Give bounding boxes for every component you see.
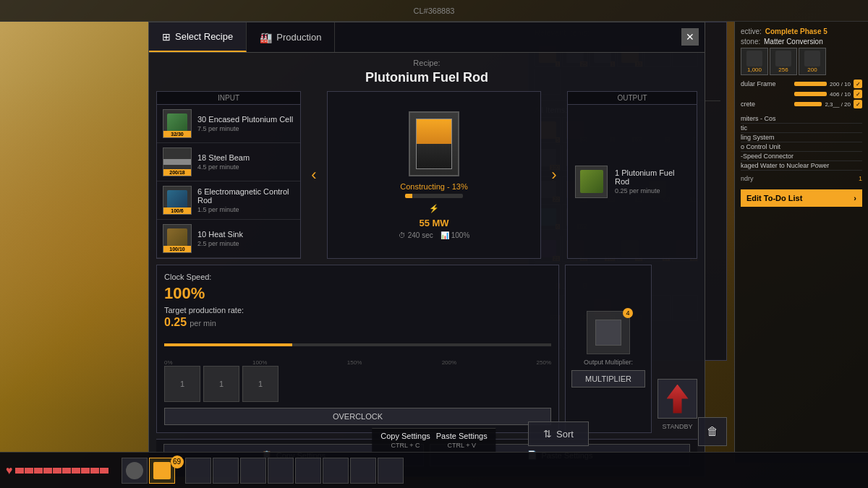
hotbar-slot[interactable]	[378, 458, 404, 484]
hotbar-slot[interactable]	[213, 458, 239, 484]
right-items-grid: 1,000 256 200	[741, 48, 862, 75]
ingredient-icon: 100/10	[163, 224, 192, 253]
output-info: 1 Plutonium Fuel Rod 0.25 per minute	[615, 168, 689, 194]
milestone-title: Matter Conversion	[764, 38, 823, 46]
close-button[interactable]: ✕	[681, 28, 699, 46]
health-block	[43, 468, 52, 474]
right-item-icon	[746, 51, 762, 67]
sort-label: Sort	[556, 429, 574, 440]
progress-val: 406 / 10	[830, 91, 851, 98]
task-count: 1	[859, 175, 862, 182]
ingredient-info: 18 Steel Beam 4.5 per minute	[197, 153, 294, 171]
health-block	[72, 468, 80, 474]
hotbar-slot[interactable]	[122, 458, 148, 484]
progress-bar	[794, 82, 827, 86]
sort-icon: ⇅	[543, 428, 552, 440]
hotbar-slot[interactable]	[295, 458, 321, 484]
standby-power-icon	[667, 385, 689, 414]
shortcut-paste: Paste Settings CTRL + V	[436, 432, 488, 449]
hotbar-count: 69	[171, 455, 184, 468]
progress-label: crete	[741, 100, 791, 108]
output-mult-box[interactable]	[587, 311, 630, 354]
right-item: 1,000	[741, 48, 768, 75]
standby-label: STANDBY	[663, 423, 693, 430]
hotbar-slot[interactable]	[268, 458, 294, 484]
hotbar: 69	[114, 458, 411, 484]
shortcut-paste-name: Paste Settings	[436, 432, 488, 440]
hotbar-slot[interactable]	[185, 458, 211, 484]
nav-right-button[interactable]: ›	[548, 163, 559, 187]
target-unit: per min	[190, 319, 216, 328]
progress-check: ✓	[854, 100, 862, 108]
health-blocks	[15, 468, 109, 474]
clock-slider-ticks: 0% 100% 150% 200% 250%	[164, 355, 551, 366]
output-panel: OUTPUT 1 Plutonium Fuel Rod 0.25 per min…	[567, 91, 697, 259]
target-value: 0.25	[164, 316, 187, 329]
task-section: ndry	[741, 175, 754, 182]
input-label: INPUT	[157, 92, 300, 105]
hotbar-slot[interactable]	[240, 458, 266, 484]
progress-row: 406 / 10 ✓	[741, 90, 862, 98]
hotbar-slot[interactable]	[350, 458, 376, 484]
ingredient-item: 200/18 18 Steel Beam 4.5 per minute	[157, 143, 300, 181]
grid-icon: ⊞	[162, 31, 171, 43]
dialog-content: INPUT 32/30 30 Encased Plutonium Cell 7.…	[149, 91, 705, 476]
delete-button[interactable]: 🗑	[698, 417, 727, 446]
ingredient-item: 100/10 10 Heat Sink 2.5 per minute	[157, 220, 300, 258]
list-item: o Control Unit	[741, 142, 862, 152]
hotbar-slot[interactable]	[323, 458, 349, 484]
ingredient-info: 10 Heat Sink 2.5 per minute	[197, 230, 294, 247]
ingredient-name: 30 Encased Plutonium Cell	[197, 115, 294, 124]
standby-area: STANDBY	[658, 265, 697, 433]
main-dialog: ⊞ Select Recipe 🏭 Production ✕ Recipe: P…	[148, 22, 705, 477]
machine-efficiency: 📊 100%	[441, 231, 470, 239]
nav-left-button[interactable]: ‹	[308, 163, 319, 187]
output-icon	[575, 166, 608, 198]
dialog-tabs: ⊞ Select Recipe 🏭 Production ✕	[149, 22, 705, 53]
tab-production[interactable]: 🏭 Production	[247, 22, 335, 52]
ingredient-name: 18 Steel Beam	[197, 153, 294, 162]
bottom-bar: ♥ 69	[0, 452, 868, 488]
right-item-icon	[775, 51, 791, 67]
tab-select-recipe-label: Select Recipe	[175, 31, 233, 42]
output-item: 1 Plutonium Fuel Rod 0.25 per minute	[568, 105, 697, 258]
bar-chart-icon: 📊	[441, 231, 449, 239]
right-progress-section: dular Frame 200 / 10 ✓ 406 / 10 ✓ crete …	[741, 80, 862, 108]
edit-todo-button[interactable]: Edit To-Do List ›	[741, 189, 862, 207]
ingredient-info: 6 Electromagnetic Control Rod 1.5 per mi…	[197, 187, 294, 213]
shortcut-paste-key: CTRL + V	[448, 442, 476, 449]
ingredient-icon: 32/30	[163, 109, 192, 138]
mult-box-1[interactable]: 1	[164, 366, 200, 402]
ingredient-rate: 4.5 per minute	[197, 163, 294, 171]
ingredient-rate: 2.5 per minute	[197, 240, 294, 247]
standby-button[interactable]	[658, 379, 697, 419]
ingredient-item: 100/6 6 Electromagnetic Control Rod 1.5 …	[157, 181, 300, 220]
output-rate: 0.25 per minute	[615, 187, 689, 194]
machine-power: 55 MW	[419, 218, 448, 228]
overclock-button[interactable]: OVERCLOCK	[164, 408, 551, 425]
target-label: Target production rate:	[164, 306, 551, 314]
multiplier-panel: 4 Output Multiplier: MULTIPLIER	[565, 265, 652, 433]
progress-bar	[794, 92, 827, 96]
ingredient-badge: 32/30	[163, 131, 191, 137]
progress-label: dular Frame	[741, 80, 791, 87]
progress-check: ✓	[854, 90, 862, 98]
clock-slider[interactable]	[164, 338, 551, 352]
output-mult-label: Output Multiplier:	[584, 359, 633, 366]
tab-select-recipe[interactable]: ⊞ Select Recipe	[149, 22, 247, 52]
sort-button[interactable]: ⇅ Sort	[528, 421, 589, 446]
list-item: kaged Water to Nuclear Power	[741, 161, 862, 171]
multiplier-button[interactable]: MULTIPLIER	[571, 370, 645, 388]
ingredient-item: 32/30 30 Encased Plutonium Cell 7.5 per …	[157, 105, 300, 143]
list-item: miters - Cos	[741, 114, 862, 124]
ingredient-badge: 100/6	[163, 207, 191, 214]
progress-row: crete 2,3__ / 20 ✓	[741, 100, 862, 108]
delete-icon: 🗑	[707, 425, 718, 438]
list-item: tic	[741, 124, 862, 133]
mult-box-3[interactable]: 1	[242, 366, 278, 402]
clock-icon: ⏱	[399, 231, 406, 239]
objective-label: ective: Complete Phase 5	[741, 27, 862, 35]
recipe-name: Plutonium Fuel Rod	[149, 70, 705, 91]
progress-fill	[794, 82, 827, 86]
mult-box-2[interactable]: 1	[203, 366, 239, 402]
